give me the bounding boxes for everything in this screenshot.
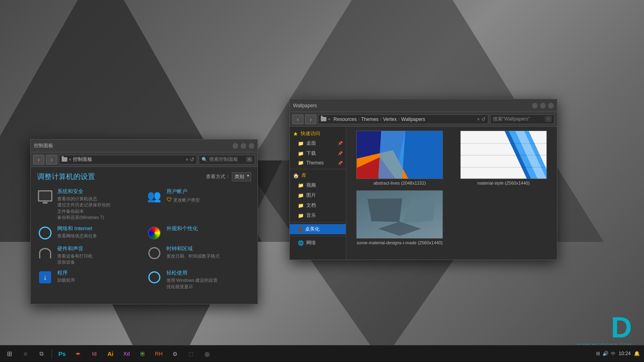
cp-address-bar[interactable]: « 控制面板 ▾ ↺ [59, 155, 197, 164]
taskbar-right: ⊞ 🔊 中 10:24 🔔 [592, 350, 644, 357]
taskbar-gear-btn[interactable]: ⚙ [167, 346, 183, 362]
fm-breadcrumb-themes[interactable]: Themes [361, 117, 378, 122]
taskbar-shield-btn[interactable]: ⛨ [135, 346, 150, 362]
cp-item-title-programs: 程序 [57, 269, 75, 277]
cp-search-bar[interactable]: 🔍 搜索控制面板 ✕ [199, 155, 255, 164]
taskbar-pen-btn[interactable]: ✒ [71, 346, 86, 362]
cp-item-programs[interactable]: ↓ 程序 卸载程序 [37, 269, 142, 290]
cp-toolbar: ‹ › « 控制面板 ▾ ↺ 🔍 搜索控制面板 ✕ [31, 152, 258, 167]
taskbar-xd-btn[interactable]: Xd [119, 346, 134, 362]
fm-downloads-label: 下载 [306, 150, 316, 157]
pin-icon-downloads: 📌 [338, 151, 343, 156]
cp-icon-system [37, 188, 53, 204]
fm-thumb-some-material[interactable]: some-material-designs-i-made (2560x1440) [350, 190, 449, 245]
fm-sidebar-desktop[interactable]: 📁 桌面 📌 [290, 138, 346, 148]
cp-item-appearance[interactable]: 外观和个性化 [146, 225, 251, 241]
window-controls-cp [233, 143, 254, 149]
fm-back-arrow-icon: ‹ [297, 116, 299, 123]
shield-icon-small: 🛡 [166, 196, 172, 203]
cp-text-hardware: 硬件和声音 查看设备和打印机添加设备 [57, 245, 93, 266]
minimize-btn-fm[interactable] [532, 103, 538, 108]
cp-view-value: 类别 [235, 174, 244, 179]
fm-sidebar-documents[interactable]: 📁 文档 [290, 200, 346, 210]
notification-icon[interactable]: 🔔 [634, 351, 640, 356]
fm-breadcrumb-resources[interactable]: Resources [334, 117, 357, 122]
cp-item-system-security[interactable]: 系统和安全 查看你的计算机状态通过文件历史记录保存你的文件备份副本备份和还原(W… [37, 188, 142, 221]
fm-sidebar-beautify[interactable]: 桌美化 [290, 224, 346, 234]
house-icon: 🏠 [293, 173, 299, 179]
fm-address-dropdown-icon[interactable]: ▾ [477, 117, 480, 122]
cp-search-clear[interactable]: ✕ [246, 157, 252, 162]
fm-videos-label: 视频 [306, 182, 316, 189]
cp-item-desc-clock: 更改日期、时间或数字格式 [166, 253, 220, 259]
taskbar-taskview-btn[interactable]: ⧉ [34, 346, 49, 362]
fm-search-clear-icon[interactable]: ✕ [545, 116, 552, 122]
taskbar-ai-btn[interactable]: Ai [103, 346, 118, 362]
close-btn-fm[interactable] [548, 103, 554, 108]
headphones-icon [39, 248, 51, 258]
network-status-icon[interactable]: ⊞ [596, 351, 600, 356]
cp-item-hardware[interactable]: 硬件和声音 查看设备和打印机添加设备 [37, 245, 142, 266]
cp-item-network[interactable]: 网络和 Internet 查看网络状态和任务 [37, 225, 142, 241]
back-arrow-icon: ‹ [38, 156, 40, 163]
cp-icon-accessibility [146, 269, 162, 285]
fm-library-label: 库 [301, 172, 306, 179]
taskbar-left: ⊞ ○ ⧉ Ps ✒ Id Ai Xd ⛨ RH ⚙ [0, 346, 592, 362]
fm-forward-btn[interactable]: › [305, 114, 316, 124]
cp-back-btn[interactable]: ‹ [33, 155, 44, 164]
minimize-btn-cp[interactable] [233, 143, 238, 149]
address-dropdown-icon[interactable]: ▾ [186, 157, 188, 162]
taskbar-start-btn[interactable]: ⊞ [2, 346, 17, 362]
fm-sidebar-music[interactable]: 📁 音乐 [290, 210, 346, 221]
cp-item-clock[interactable]: 时钟和区域 更改日期、时间或数字格式 [146, 245, 251, 266]
fm-refresh-icon[interactable]: ↺ [481, 116, 486, 122]
search-circle-icon: ○ [23, 350, 27, 358]
fm-sidebar-themes[interactable]: 📁 Themes 📌 [290, 158, 346, 167]
cp-forward-btn[interactable]: › [46, 155, 57, 164]
maximize-btn-cp[interactable] [241, 143, 246, 149]
taskbar-box-btn[interactable]: ⬚ [183, 346, 199, 362]
fm-sidebar-pictures[interactable]: 📁 图片 [290, 190, 346, 200]
close-btn-cp[interactable] [249, 143, 254, 149]
taskbar-id-btn[interactable]: Id [87, 346, 102, 362]
fm-address-bar[interactable]: « Resources / Themes / Vertex / Wallpape… [318, 114, 488, 124]
cp-search-placeholder: 搜索控制面板 [209, 156, 238, 163]
cp-item-user-accounts[interactable]: 👥 用户帐户 🛡 更改帐户类型 [146, 188, 251, 221]
pin-icon-themes: 📌 [338, 161, 343, 165]
fm-themes-label: Themes [306, 160, 324, 166]
taskbar-rh-btn[interactable]: RH [151, 346, 166, 362]
cp-view-selector: 查看方式： 类别 ▾ [206, 172, 251, 181]
fm-thumb-material-style[interactable]: material-style (2560x1440) [454, 131, 553, 185]
taskbar-ps-btn[interactable]: Ps [54, 346, 70, 362]
cp-view-dropdown[interactable]: 类别 ▾ [232, 172, 251, 181]
volume-icon[interactable]: 🔊 [602, 351, 609, 356]
fm-back-btn[interactable]: ‹ [292, 114, 303, 124]
folder-icon-themes: 📁 [298, 160, 304, 166]
fm-breadcrumb-vertex[interactable]: Vertex [383, 117, 397, 122]
maximize-btn-fm[interactable] [540, 103, 546, 108]
cp-icon-users: 👥 [146, 188, 162, 204]
cp-item-accessibility[interactable]: 轻松使用 使用 Windows 建议的设置优化视觉显示 [146, 269, 251, 290]
folder-icon-desktop: 📁 [298, 141, 304, 146]
cp-text-network: 网络和 Internet 查看网络状态和任务 [57, 225, 97, 239]
taskbar-clock[interactable]: 10:24 [619, 350, 631, 357]
taskbar-circle-btn[interactable]: ◎ [199, 346, 215, 362]
fm-thumb-abstract-lines[interactable]: abstract-lines (2048x1152) [350, 131, 449, 185]
fm-sidebar-network[interactable]: 🌐 网络 [290, 238, 346, 248]
fm-search-bar[interactable]: 搜索"Wallpapers" ✕ [490, 114, 555, 124]
fm-thumbnails-grid: abstract-lines (2048x1152) [350, 131, 553, 245]
language-indicator[interactable]: 中 [611, 351, 615, 357]
fm-folder-icon [321, 117, 326, 121]
refresh-icon[interactable]: ↺ [190, 156, 194, 162]
fm-sidebar-videos[interactable]: 📁 视频 [290, 180, 346, 190]
cp-icon-network [37, 225, 53, 241]
taskbar-search-btn[interactable]: ○ [18, 346, 33, 362]
control-panel-title: 控制面板 [34, 142, 53, 149]
file-manager-title: Wallpapers [293, 103, 317, 108]
fm-sidebar: ★ 快速访问 📁 桌面 📌 📁 下载 📌 📁 Themes 📌 [290, 127, 346, 260]
fm-breadcrumb-wallpapers[interactable]: Wallpapers [401, 117, 426, 122]
fm-quick-access-header[interactable]: ★ 快速访问 [290, 129, 346, 138]
fm-sidebar-downloads[interactable]: 📁 下载 📌 [290, 148, 346, 158]
fm-library-header[interactable]: 🏠 库 [290, 171, 346, 180]
fm-thumb-img-some-material [356, 190, 443, 239]
